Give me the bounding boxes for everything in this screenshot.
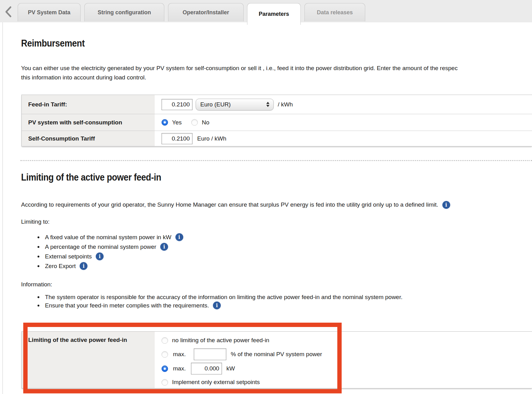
reimbursement-intro: You can either use the electricity gener… xyxy=(21,64,532,82)
feed-in-tariff-input[interactable] xyxy=(162,99,193,110)
list-item: The system operator is responsible for t… xyxy=(38,293,402,301)
currency-selected-value: Euro (EUR) xyxy=(200,101,231,108)
table-row-self-consumption: PV system with self-consumption Yes No xyxy=(22,114,532,131)
self-consumption-yes-radio[interactable] xyxy=(162,119,168,126)
tab-bar: PV System Data String configuration Oper… xyxy=(0,0,532,22)
select-stepper-icon xyxy=(266,102,269,107)
max-kw-radio[interactable] xyxy=(162,365,168,372)
bullet-icon xyxy=(38,256,39,257)
section-divider xyxy=(20,160,532,161)
radio-row-max-percent: max. % of the nominal PV system power xyxy=(162,347,532,361)
max-kw-input[interactable] xyxy=(191,363,222,374)
reimbursement-table: Feed-in Tariff: Euro (EUR) / kWh PV syst… xyxy=(21,95,532,146)
info-icon[interactable]: i xyxy=(442,201,450,209)
parameters-panel: Reimbursement You can either use the ele… xyxy=(2,22,532,394)
information-list: The system operator is responsible for t… xyxy=(38,293,402,310)
list-item: External setpoints i xyxy=(38,252,183,261)
table-row-self-consumption-tariff: Self-Consumption Tariff Euro / kWh xyxy=(22,131,532,146)
limiting-setting-table: Limiting of the active power feed-in no … xyxy=(21,331,532,388)
max-percent-input[interactable] xyxy=(194,348,226,360)
limiting-title: Limiting of the active power feed-in xyxy=(21,172,177,183)
reimbursement-title: Reimbursement xyxy=(21,38,92,49)
radio-row-no-limiting: no limiting of the active power feed-in xyxy=(162,335,532,346)
tab-parameters[interactable]: Parameters xyxy=(247,3,301,25)
info-icon[interactable]: i xyxy=(80,262,87,270)
tab-pv-system-data[interactable]: PV System Data xyxy=(18,3,81,21)
information-label: Information: xyxy=(21,280,52,289)
limiting-to-label: Limiting to: xyxy=(21,217,50,226)
info-icon[interactable]: i xyxy=(175,233,183,241)
radio-row-external-setpoints: Implement only external setpoints xyxy=(162,377,532,388)
list-item: Zero Export i xyxy=(38,261,183,271)
bullet-icon xyxy=(38,265,39,267)
tab-string-configuration[interactable]: String configuration xyxy=(84,3,164,21)
limiting-setting-label: Limiting of the active power feed-in xyxy=(22,332,155,388)
info-icon[interactable]: i xyxy=(160,243,168,251)
max-percent-radio[interactable] xyxy=(162,351,168,358)
feed-in-tariff-label: Feed-in Tariff: xyxy=(22,95,155,114)
self-consumption-tariff-label: Self-Consumption Tariff xyxy=(22,131,155,146)
bullet-icon xyxy=(38,296,39,298)
currency-select[interactable]: Euro (EUR) xyxy=(196,99,274,110)
info-icon[interactable]: i xyxy=(96,253,104,260)
bullet-icon xyxy=(38,305,39,307)
no-radio-label: No xyxy=(202,119,209,126)
list-item: A percentage of the nominal system power… xyxy=(38,242,183,252)
limit-type-list: A fixed value of the nominal system powe… xyxy=(38,232,183,271)
chevron-left-icon[interactable] xyxy=(4,6,13,18)
radio-row-max-kw: max. kW xyxy=(162,361,532,376)
tab-operator-installer[interactable]: Operator/Installer xyxy=(168,3,244,21)
info-icon[interactable]: i xyxy=(213,302,221,309)
feed-in-tariff-unit: / kWh xyxy=(278,101,293,108)
list-item: Ensure that your feed-in meter complies … xyxy=(38,301,402,310)
yes-radio-label: Yes xyxy=(172,119,182,126)
self-consumption-tariff-unit: Euro / kWh xyxy=(197,135,226,142)
no-limiting-radio[interactable] xyxy=(162,337,168,344)
self-consumption-tariff-input[interactable] xyxy=(162,133,193,144)
external-setpoints-radio[interactable] xyxy=(162,379,168,386)
limiting-intro: According to requirements of your grid o… xyxy=(21,200,532,209)
tab-data-releases[interactable]: Data releases xyxy=(304,3,365,21)
table-row-feed-in-tariff: Feed-in Tariff: Euro (EUR) / kWh xyxy=(22,95,532,114)
bullet-icon xyxy=(38,246,39,248)
self-consumption-label: PV system with self-consumption xyxy=(22,114,155,131)
list-item: A fixed value of the nominal system powe… xyxy=(38,232,183,242)
self-consumption-no-radio[interactable] xyxy=(191,119,198,126)
bullet-icon xyxy=(38,236,39,238)
